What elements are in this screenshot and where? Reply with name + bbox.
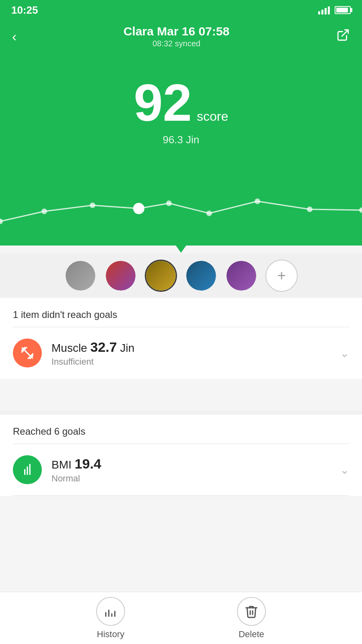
bmi-icon [13,455,42,484]
svg-point-2 [41,208,47,214]
not-reached-section: 1 item didn't reach goals Muscle 32.7 Ji… [0,298,362,379]
score-area: 92 score 96.3 Jin [0,52,362,246]
status-time: 10:25 [11,4,38,17]
bottom-toolbar: History Delete [0,592,362,644]
signal-icon [318,6,330,14]
plus-icon: + [277,268,286,283]
profile-avatar-5[interactable] [225,260,257,292]
status-bar: 10:25 [0,0,362,20]
svg-point-5 [166,200,172,206]
svg-point-7 [255,198,260,204]
reached-section: Reached 6 goals BMI 19.4 Normal ⌄ [0,411,362,496]
svg-point-1 [0,219,3,224]
score-display: 92 score [134,76,228,129]
muscle-icon [13,339,42,367]
bmi-title: BMI 19.4 [51,456,330,472]
bmi-chevron: ⌄ [340,463,349,477]
muscle-status: Insufficient [51,357,330,367]
profile-avatar-3[interactable] [145,260,177,292]
score-label: score [197,109,228,124]
svg-point-6 [206,211,212,216]
profile-avatar-2[interactable] [105,260,137,292]
arrow-pointer [173,242,189,253]
chart-container [0,181,362,246]
header-center: Clara Mar 16 07:58 08:32 synced [123,25,230,48]
bmi-bottom-divider [13,495,349,496]
muscle-title: Muscle 32.7 Jin [51,339,330,355]
delete-button[interactable]: Delete [237,597,266,640]
score-weight: 96.3 Jin [162,134,199,146]
svg-point-3 [90,202,95,208]
profile-avatar-1[interactable] [64,260,97,292]
header-subtitle: 08:32 synced [123,39,230,48]
header: ‹ Clara Mar 16 07:58 08:32 synced [0,20,362,52]
bmi-status: Normal [51,473,330,484]
status-icons [318,6,351,14]
muscle-chevron: ⌄ [340,347,349,360]
history-button[interactable]: History [96,597,125,640]
svg-point-8 [307,206,313,212]
header-title: Clara Mar 16 07:58 [123,25,230,38]
not-reached-header: 1 item didn't reach goals [0,298,362,327]
history-label: History [97,629,124,640]
bmi-info: BMI 19.4 Normal [51,456,330,484]
svg-point-9 [359,207,362,213]
svg-line-0 [342,30,348,36]
profile-avatar-4[interactable] [185,260,217,292]
delete-label: Delete [239,629,264,640]
delete-icon-circle [237,597,266,626]
profiles-row: + [0,254,362,298]
muscle-info: Muscle 32.7 Jin Insufficient [51,339,330,367]
battery-icon [335,6,351,14]
muscle-row[interactable]: Muscle 32.7 Jin Insufficient ⌄ [0,327,362,379]
svg-point-4 [133,203,144,214]
reached-header: Reached 6 goals [0,415,362,444]
add-profile-button[interactable]: + [265,260,298,292]
share-button[interactable] [336,28,350,45]
history-icon-circle [96,597,125,626]
score-number: 92 [134,76,192,129]
bmi-row[interactable]: BMI 19.4 Normal ⌄ [0,444,362,495]
back-button[interactable]: ‹ [12,29,16,43]
